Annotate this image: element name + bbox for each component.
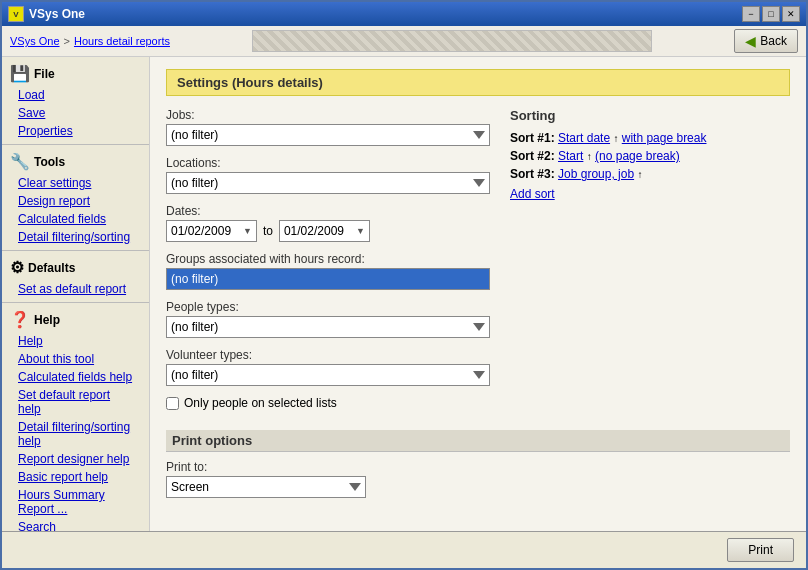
breadcrumb: VSys One > Hours detail reports xyxy=(10,35,170,47)
locations-label: Locations: xyxy=(166,156,490,170)
sidebar-clear-settings[interactable]: Clear settings xyxy=(2,174,149,192)
sidebar-help-header: ❓ Help xyxy=(2,307,149,332)
sidebar-detail-filtering[interactable]: Detail filtering/sorting xyxy=(2,228,149,246)
sidebar-set-default[interactable]: Set as default report xyxy=(2,280,149,298)
divider-3 xyxy=(2,302,149,303)
add-sort-link[interactable]: Add sort xyxy=(510,187,790,201)
dates-group: Dates: ▼ to ▼ xyxy=(166,204,490,242)
main-window: V VSys One − □ ✕ VSys One > Hours detail… xyxy=(0,0,808,570)
groups-group: Groups associated with hours record: (no… xyxy=(166,252,490,290)
volunteer-types-group: Volunteer types: (no filter) xyxy=(166,348,490,386)
print-options-section: Print options Print to: Screen Printer P… xyxy=(166,430,790,498)
sort-row-2: Sort #2: Start ↑ (no page break) xyxy=(510,149,790,163)
volunteer-types-label: Volunteer types: xyxy=(166,348,490,362)
sidebar-design-report[interactable]: Design report xyxy=(2,192,149,210)
jobs-group: Jobs: (no filter) xyxy=(166,108,490,146)
date-from-field[interactable]: ▼ xyxy=(166,220,257,242)
sidebar-help-section: ❓ Help Help About this tool Calculated f… xyxy=(2,307,149,531)
print-to-group: Print to: Screen Printer PDF xyxy=(166,460,466,498)
dates-label: Dates: xyxy=(166,204,490,218)
people-types-label: People types: xyxy=(166,300,490,314)
print-button[interactable]: Print xyxy=(727,538,794,562)
content-area: Settings (Hours details) Jobs: (no filte… xyxy=(150,57,806,531)
sort1-arrow: ↑ xyxy=(613,133,618,144)
sorting-section: Sorting Sort #1: Start date ↑ with page … xyxy=(510,108,790,201)
date-to-label: to xyxy=(263,224,273,238)
sidebar-save[interactable]: Save xyxy=(2,104,149,122)
breadcrumb-separator: > xyxy=(64,35,70,47)
left-column: Jobs: (no filter) Locations: (no filter) xyxy=(166,108,490,410)
groups-select[interactable]: (no filter) xyxy=(166,268,490,290)
date-from-input[interactable] xyxy=(171,224,243,238)
breadcrumb-parent[interactable]: VSys One xyxy=(10,35,60,47)
title-bar: V VSys One − □ ✕ xyxy=(2,2,806,26)
sidebar-tools-title: Tools xyxy=(34,155,65,169)
sidebar-file-section: 💾 File Load Save Properties xyxy=(2,61,149,140)
sidebar-hours-summary[interactable]: Hours Summary Report ... xyxy=(2,486,149,518)
title-bar-left: V VSys One xyxy=(8,6,85,22)
two-column-layout: Jobs: (no filter) Locations: (no filter) xyxy=(166,108,790,410)
window-controls: − □ ✕ xyxy=(742,6,800,22)
sidebar-calculated-fields[interactable]: Calculated fields xyxy=(2,210,149,228)
sort1-label: Sort #1: xyxy=(510,131,555,145)
print-to-label: Print to: xyxy=(166,460,466,474)
volunteer-types-select[interactable]: (no filter) xyxy=(166,364,490,386)
minimize-button[interactable]: − xyxy=(742,6,760,22)
groups-label: Groups associated with hours record: xyxy=(166,252,490,266)
sidebar-about-tool[interactable]: About this tool xyxy=(2,350,149,368)
back-button[interactable]: ◀ Back xyxy=(734,29,798,53)
sidebar-report-designer-help[interactable]: Report designer help xyxy=(2,450,149,468)
sidebar-detail-filtering-help[interactable]: Detail filtering/sorting help xyxy=(2,418,149,450)
window-title: VSys One xyxy=(29,7,85,21)
main-content: 💾 File Load Save Properties 🔧 Tools Clea… xyxy=(2,57,806,531)
sort2-link2[interactable]: (no page break) xyxy=(595,149,680,163)
locations-select[interactable]: (no filter) xyxy=(166,172,490,194)
date-to-field[interactable]: ▼ xyxy=(279,220,370,242)
only-selected-checkbox[interactable] xyxy=(166,397,179,410)
tools-icon: 🔧 xyxy=(10,152,30,171)
sidebar-help[interactable]: Help xyxy=(2,332,149,350)
sidebar-file-title: File xyxy=(34,67,55,81)
close-button[interactable]: ✕ xyxy=(782,6,800,22)
sidebar: 💾 File Load Save Properties 🔧 Tools Clea… xyxy=(2,57,150,531)
people-types-select[interactable]: (no filter) xyxy=(166,316,490,338)
checkbox-row: Only people on selected lists xyxy=(166,396,490,410)
sidebar-properties[interactable]: Properties xyxy=(2,122,149,140)
date-to-dropdown[interactable]: ▼ xyxy=(356,226,365,236)
sort-row-3: Sort #3: Job group, job ↑ xyxy=(510,167,790,181)
date-to-input[interactable] xyxy=(284,224,356,238)
print-to-select[interactable]: Screen Printer PDF xyxy=(166,476,366,498)
file-icon: 💾 xyxy=(10,64,30,83)
right-column: Sorting Sort #1: Start date ↑ with page … xyxy=(510,108,790,410)
print-options-title: Print options xyxy=(166,430,790,452)
sort1-link2[interactable]: with page break xyxy=(622,131,707,145)
breadcrumb-current[interactable]: Hours detail reports xyxy=(74,35,170,47)
sort3-link1[interactable]: Job group, job xyxy=(558,167,634,181)
checkbox-label: Only people on selected lists xyxy=(184,396,337,410)
date-row: ▼ to ▼ xyxy=(166,220,490,242)
sidebar-load[interactable]: Load xyxy=(2,86,149,104)
back-icon: ◀ xyxy=(745,33,756,49)
sidebar-defaults-title: Defaults xyxy=(28,261,75,275)
divider-1 xyxy=(2,144,149,145)
sidebar-tools-header: 🔧 Tools xyxy=(2,149,149,174)
sidebar-basic-report-help[interactable]: Basic report help xyxy=(2,468,149,486)
sorting-title: Sorting xyxy=(510,108,790,123)
sort3-label: Sort #3: xyxy=(510,167,555,181)
app-icon: V xyxy=(8,6,24,22)
maximize-button[interactable]: □ xyxy=(762,6,780,22)
jobs-select[interactable]: (no filter) xyxy=(166,124,490,146)
settings-title: Settings (Hours details) xyxy=(166,69,790,96)
sort-row-1: Sort #1: Start date ↑ with page break xyxy=(510,131,790,145)
sort3-arrow: ↑ xyxy=(637,169,642,180)
jobs-label: Jobs: xyxy=(166,108,490,122)
locations-group: Locations: (no filter) xyxy=(166,156,490,194)
date-from-dropdown[interactable]: ▼ xyxy=(243,226,252,236)
sidebar-calc-fields-help[interactable]: Calculated fields help xyxy=(2,368,149,386)
diagonal-pattern xyxy=(252,30,652,52)
sidebar-tools-section: 🔧 Tools Clear settings Design report Cal… xyxy=(2,149,149,246)
sort2-link1[interactable]: Start xyxy=(558,149,583,163)
sidebar-search-kb[interactable]: Search knowledgebase xyxy=(2,518,149,531)
sidebar-set-default-help[interactable]: Set default report help xyxy=(2,386,149,418)
sort1-link1[interactable]: Start date xyxy=(558,131,610,145)
